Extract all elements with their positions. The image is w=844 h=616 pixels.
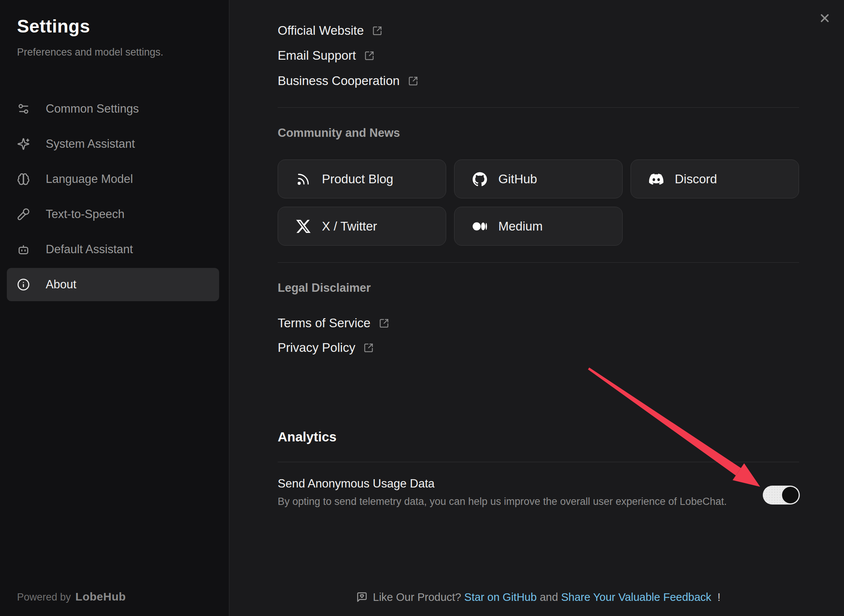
x-twitter-button[interactable]: X / Twitter	[278, 207, 446, 246]
contact-us-heading: Contact Us	[278, 0, 340, 2]
sidebar-item-text-to-speech[interactable]: Text-to-Speech	[7, 198, 219, 231]
info-icon	[17, 278, 30, 291]
usage-data-title: Send Anonymous Usage Data	[278, 476, 434, 492]
legal-heading: Legal Disclaimer	[278, 280, 371, 296]
button-label: X / Twitter	[322, 219, 377, 234]
medium-icon	[473, 219, 487, 234]
mic-icon	[17, 208, 30, 221]
sidebar-item-about[interactable]: About	[7, 268, 219, 301]
discord-icon	[649, 172, 663, 186]
link-label: Email Support	[278, 48, 356, 63]
bot-icon	[17, 243, 30, 256]
footer-text: Like Our Product?	[373, 591, 461, 603]
community-heading: Community and News	[278, 125, 400, 141]
button-label: Product Blog	[322, 172, 393, 186]
sliders-icon	[17, 102, 30, 115]
page-subtitle: Preferences and model settings.	[17, 46, 212, 58]
powered-by: Powered byLobeHub	[17, 590, 126, 603]
sidebar-item-label: Language Model	[46, 172, 133, 186]
terms-of-service-link[interactable]: Terms of Service	[278, 314, 389, 332]
link-label: Terms of Service	[278, 316, 371, 330]
sidebar-item-system-assistant[interactable]: System Assistant	[7, 127, 219, 161]
github-button[interactable]: GitHub	[454, 159, 623, 198]
email-support-link[interactable]: Email Support	[278, 47, 374, 64]
brain-icon	[17, 173, 30, 186]
x-logo-icon	[296, 219, 311, 234]
section-divider	[278, 107, 799, 108]
settings-page: Settings Preferences and model settings.…	[0, 0, 844, 616]
sparkles-icon	[17, 138, 30, 150]
button-label: GitHub	[498, 172, 537, 186]
section-divider	[278, 462, 799, 462]
rss-icon	[296, 172, 311, 186]
about-content: Contact Us Official Website Email Suppor…	[278, 0, 799, 616]
button-label: Discord	[675, 172, 717, 186]
sidebar-item-default-assistant[interactable]: Default Assistant	[7, 233, 219, 266]
external-link-icon	[363, 343, 374, 353]
community-buttons-row-2: X / Twitter Medium	[278, 207, 623, 246]
analytics-heading: Analytics	[278, 429, 337, 445]
external-link-icon	[364, 51, 374, 61]
privacy-policy-link[interactable]: Privacy Policy	[278, 339, 374, 356]
sidebar-item-common-settings[interactable]: Common Settings	[7, 92, 219, 125]
medium-button[interactable]: Medium	[454, 207, 623, 246]
close-icon	[816, 9, 833, 27]
footer-text: !	[717, 591, 720, 603]
usage-data-toggle[interactable]	[763, 486, 800, 505]
footer-text: and	[540, 591, 558, 603]
official-website-link[interactable]: Official Website	[278, 22, 382, 39]
section-divider	[278, 262, 799, 263]
share-feedback-link[interactable]: Share Your Valuable Feedback	[561, 591, 711, 603]
business-cooperation-link[interactable]: Business Cooperation	[278, 72, 418, 90]
link-label: Official Website	[278, 23, 364, 38]
close-button[interactable]	[816, 9, 833, 27]
powered-by-text: Powered by	[17, 591, 71, 603]
link-label: Business Cooperation	[278, 74, 400, 88]
link-label: Privacy Policy	[278, 341, 355, 355]
external-link-icon	[408, 76, 418, 86]
external-link-icon	[379, 318, 389, 328]
button-label: Medium	[498, 219, 543, 234]
discord-button[interactable]: Discord	[631, 159, 799, 198]
external-link-icon	[372, 26, 382, 36]
product-blog-button[interactable]: Product Blog	[278, 159, 446, 198]
sidebar-item-label: Text-to-Speech	[46, 207, 125, 221]
star-on-github-link[interactable]: Star on GitHub	[464, 591, 537, 603]
toggle-knob	[782, 487, 799, 503]
lobehub-brand[interactable]: LobeHub	[76, 590, 126, 603]
github-icon	[473, 172, 487, 186]
about-panel: Contact Us Official Website Email Suppor…	[230, 0, 844, 616]
page-title: Settings	[17, 16, 212, 37]
message-heart-icon	[356, 591, 368, 603]
usage-data-description: By opting to send telemetry data, you ca…	[278, 494, 727, 509]
feedback-footer: Like Our Product? Star on GitHub and Sha…	[278, 590, 799, 605]
sidebar-item-label: System Assistant	[46, 137, 135, 151]
sidebar-nav: Common Settings System Assistant Languag…	[7, 92, 219, 303]
sidebar-item-label: About	[46, 278, 76, 291]
sidebar-item-language-model[interactable]: Language Model	[7, 163, 219, 196]
sidebar-item-label: Default Assistant	[46, 243, 133, 256]
community-buttons-row-1: Product Blog GitHub Discord	[278, 159, 799, 198]
sidebar-item-label: Common Settings	[46, 102, 139, 116]
sidebar: Settings Preferences and model settings.…	[0, 0, 229, 616]
